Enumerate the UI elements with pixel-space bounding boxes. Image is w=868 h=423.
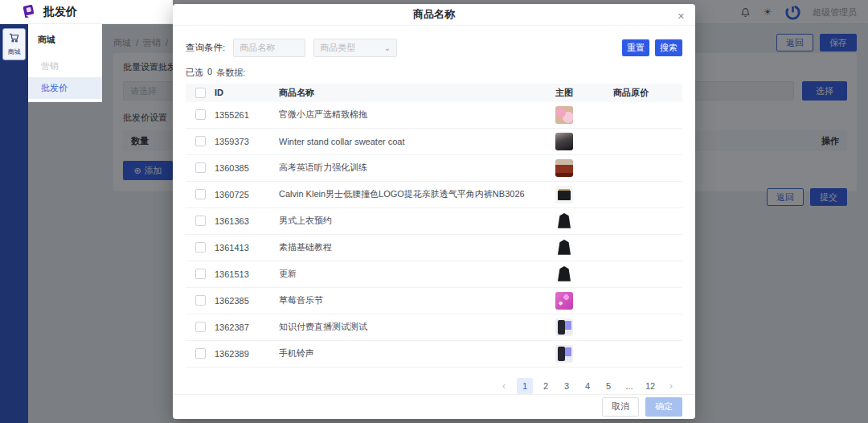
product-name: 素描基础教程 [279, 241, 555, 253]
row-checkbox[interactable] [195, 136, 206, 146]
modal-footer: 取消 确定 [173, 394, 695, 419]
table-row[interactable]: 1362385 草莓音乐节 [186, 288, 682, 314]
app-brand: 批发价 [0, 0, 173, 24]
product-id: 1360385 [215, 163, 279, 173]
search-button[interactable]: 搜索 [655, 39, 682, 56]
product-picker-modal: 商品名称 ✕ 查询条件: 商品类型 ⌄ 重置 搜索 已选 0 条数据: [173, 4, 695, 419]
table-row[interactable]: 1362389 手机铃声 [186, 341, 682, 368]
product-table: ID 商品名称 主图 商品原价 1355261 官微小店严选精致棉拖 13593… [186, 84, 682, 368]
row-checkbox[interactable] [195, 348, 206, 359]
pagination-prev[interactable]: ‹ [496, 378, 512, 394]
row-checkbox[interactable] [195, 216, 206, 226]
name-column-header: 商品名称 [279, 87, 555, 99]
rail-item-label: 商城 [8, 47, 21, 56]
rail-item-mall[interactable]: 商城 [2, 28, 26, 60]
modal-title: 商品名称 [413, 7, 455, 22]
id-column-header: ID [215, 88, 279, 97]
table-row[interactable]: 1359373 Winter stand collar sweater coat [186, 129, 682, 155]
product-id: 1362385 [215, 296, 279, 306]
sidebar-item-plain[interactable]: 营销 [28, 55, 102, 77]
reset-button[interactable]: 重置 [622, 39, 649, 56]
pagination-ellipsis[interactable]: ... [621, 378, 637, 394]
product-name: 高考英语听力强化训练 [279, 162, 555, 174]
pagination-page-5[interactable]: 5 [600, 378, 616, 394]
table-row[interactable]: 1360385 高考英语听力强化训练 [186, 155, 682, 182]
row-checkbox[interactable] [195, 322, 206, 332]
nav-rail: 商城 [0, 24, 28, 423]
row-checkbox[interactable] [195, 162, 206, 173]
table-row[interactable]: 1361363 男式上衣预约 [186, 208, 682, 235]
pagination: ‹12345...12› [186, 368, 682, 394]
table-row[interactable]: 1360725 Calvin Klein男士低腰撞色LOGO提花亲肤透气平角内裤… [186, 182, 682, 208]
product-table-header: ID 商品名称 主图 商品原价 [186, 84, 682, 102]
product-name: 知识付费直播测试测试 [279, 321, 555, 333]
modal-header: 商品名称 ✕ [173, 4, 695, 26]
product-name-input[interactable] [233, 39, 305, 57]
product-id: 1355261 [215, 110, 279, 120]
pagination-next[interactable]: › [663, 378, 679, 394]
pagination-page-1[interactable]: 1 [517, 378, 533, 394]
sidebar-section-title: 商城 [28, 32, 102, 55]
app-logo-icon [21, 2, 37, 21]
row-checkbox[interactable] [195, 269, 206, 279]
product-table-body: 1355261 官微小店严选精致棉拖 1359373 Winter stand … [186, 102, 682, 368]
product-thumbnail [555, 345, 573, 363]
select-all-checkbox[interactable] [195, 88, 206, 98]
selected-count-info: 已选 0 条数据: [186, 67, 682, 79]
table-row[interactable]: 1355261 官微小店严选精致棉拖 [186, 102, 682, 129]
product-id: 1359373 [215, 137, 279, 146]
row-checkbox[interactable] [195, 109, 206, 120]
cancel-button[interactable]: 取消 [602, 397, 639, 417]
product-name: 更新 [279, 268, 555, 280]
table-row[interactable]: 1361513 更新 [186, 261, 682, 288]
product-id: 1362389 [215, 349, 279, 359]
modal-body: 查询条件: 商品类型 ⌄ 重置 搜索 已选 0 条数据: ID [173, 26, 695, 394]
product-thumbnail [555, 106, 573, 124]
image-column-header: 主图 [555, 87, 613, 99]
product-id: 1361363 [215, 216, 279, 226]
product-name: 男式上衣预约 [279, 215, 555, 227]
product-id: 1361513 [215, 269, 279, 279]
product-name: Winter stand collar sweater coat [279, 137, 555, 146]
sidebar-item-active[interactable]: 批发价 [28, 77, 102, 99]
product-thumbnail [555, 133, 573, 150]
product-name: 手机铃声 [279, 347, 555, 359]
table-row[interactable]: 1361413 素描基础教程 [186, 235, 682, 261]
query-label: 查询条件: [186, 42, 225, 54]
chevron-down-icon: ⌄ [384, 43, 391, 52]
product-thumbnail [555, 265, 573, 283]
close-icon[interactable]: ✕ [678, 12, 685, 21]
confirm-button[interactable]: 确定 [645, 397, 682, 417]
pagination-page-2[interactable]: 2 [538, 378, 554, 394]
product-id: 1361413 [215, 243, 279, 253]
product-name: 草莓音乐节 [279, 294, 555, 306]
price-column-header: 商品原价 [613, 87, 682, 99]
pagination-page-12[interactable]: 12 [642, 378, 658, 394]
row-checkbox[interactable] [195, 242, 206, 253]
sidebar-items: 营销批发价 [28, 55, 102, 99]
product-name: 官微小店严选精致棉拖 [279, 109, 555, 121]
selected-count: 0 [207, 67, 212, 79]
app-title: 批发价 [43, 5, 77, 19]
sidebar: 商城 营销批发价 [28, 24, 102, 102]
product-thumbnail [555, 318, 573, 336]
table-row[interactable]: 1362387 知识付费直播测试测试 [186, 314, 682, 341]
product-thumbnail [555, 212, 573, 230]
cart-icon [9, 33, 19, 45]
product-thumbnail [555, 186, 573, 203]
product-name: Calvin Klein男士低腰撞色LOGO提花亲肤透气平角内裤NB3026 [279, 188, 555, 200]
product-type-select[interactable]: 商品类型 ⌄ [313, 39, 397, 57]
product-thumbnail [555, 292, 573, 310]
screen: ☀ 超级管理员 商城/营销/批发价 返回 保存 批量设置批发价-选择商品 请选择 [0, 0, 868, 423]
row-checkbox[interactable] [195, 189, 206, 199]
product-id: 1362387 [215, 322, 279, 332]
row-checkbox[interactable] [195, 295, 206, 306]
pagination-page-3[interactable]: 3 [559, 378, 575, 394]
product-id: 1360725 [215, 190, 279, 199]
pagination-page-4[interactable]: 4 [579, 378, 596, 394]
product-thumbnail [555, 239, 573, 257]
product-thumbnail [555, 159, 573, 177]
